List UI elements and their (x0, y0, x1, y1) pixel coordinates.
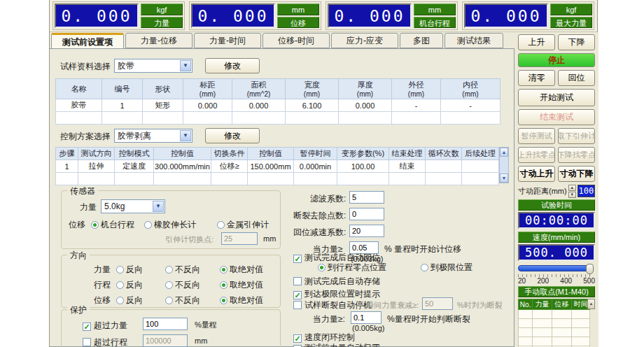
force-sensor-combo[interactable]: 5.0kg ▼ (101, 199, 165, 213)
app-window: 0. 000 kgf 力量 0. 000 mm 位移 0. 000 mm 机台行… (49, 0, 598, 347)
direction-group-title: 方向 (67, 250, 90, 262)
scroll-down-icon[interactable]: ▼ (500, 174, 508, 183)
chevron-down-icon[interactable]: ▼ (180, 60, 191, 71)
tab-test-results[interactable]: 测试结果 (444, 33, 503, 48)
slider-track[interactable] (518, 265, 591, 271)
filter-coef-input[interactable] (349, 191, 384, 204)
tab-pretest-settings[interactable]: 测试前设置项 (51, 33, 124, 49)
break-stop-input[interactable] (422, 297, 453, 310)
break-stop-suffix: %时判为断裂 (457, 300, 503, 311)
dir-force-reverse[interactable]: 反向 (116, 264, 143, 276)
opt-auto-save[interactable]: 测试完成后自动存储 (293, 276, 380, 288)
start-test-button[interactable]: 开始测试 (518, 89, 595, 106)
down-button[interactable]: 下降 (558, 34, 595, 50)
jog-down-button[interactable]: 寸动下降 (558, 166, 595, 182)
dir-force-absolute[interactable]: 取绝对值 (220, 264, 263, 276)
sample-table-row[interactable]: 胶带1矩形 0.0000.0006.100 0.000-- (56, 99, 500, 112)
jog-distance-stepper[interactable]: ▲▼ (568, 185, 576, 197)
radio-selected-icon (91, 221, 99, 229)
chevron-down-icon[interactable]: ▼ (153, 201, 164, 212)
break-remove-label: 断裂去除点数: (293, 210, 346, 222)
speed-slider[interactable] (518, 264, 595, 273)
radio-return-limit[interactable]: 到极限位置 (421, 262, 472, 274)
chevron-down-icon[interactable]: ▼ (180, 130, 191, 141)
control-table-wrap: 步骤 测试方向 控制模式 控制值 切换条件 控制值 暂停时间 变形参数(%) 结… (55, 147, 509, 183)
return-decel-label: 回位减速系数: (293, 227, 346, 239)
tab-force-time[interactable]: 力量-时间 (194, 33, 261, 48)
radio-icon (116, 266, 124, 274)
opt-limit-prompt[interactable]: ✓到达极限位置时提示 (293, 288, 380, 300)
tab-displacement-time[interactable]: 位移-时间 (262, 33, 330, 48)
break-judge-prefix: 当力量≥: (313, 313, 345, 325)
jog-distance-label: 寸动距离(mm) (518, 186, 567, 197)
tab-multi-chart[interactable]: 多图 (400, 33, 443, 48)
manual-table-scroll-icon[interactable]: ▲ (587, 299, 595, 309)
slider-thumb[interactable] (586, 264, 594, 274)
control-select-combo[interactable]: 胶带剥离 ▼ (114, 129, 192, 143)
control-table-scrollbar[interactable]: ▲ ▼ (499, 147, 509, 183)
up-find-zero-button[interactable]: 上升找零点 (518, 147, 555, 163)
control-modify-button[interactable]: 修改 (205, 128, 260, 143)
break-judge-suffix: %量程时开始判断断裂 (387, 313, 470, 325)
col-outer-dia: 外径(mm) (392, 79, 441, 99)
radio-rubber-extensometer[interactable]: 橡胶伸长计 (144, 219, 196, 231)
opt-break-stop[interactable]: 试样断裂自动停机 (293, 299, 372, 311)
dir-stroke-absolute[interactable]: 取绝对值 (220, 279, 263, 291)
opt-auto-zero[interactable]: ✓测试前力量自动归零 (293, 342, 380, 347)
stop-button[interactable]: 停止 (518, 53, 595, 67)
col-test-direction: 测试方向 (78, 148, 115, 160)
tab-force-displacement[interactable]: 力量-位移 (125, 33, 192, 48)
jog-up-button[interactable]: 寸动上升 (518, 166, 555, 182)
dir-disp-absolute[interactable]: 取绝对值 (220, 295, 263, 306)
end-test-button[interactable]: 结束测试 (518, 109, 595, 125)
return-decel-input[interactable] (349, 225, 384, 237)
col-control-mode: 控制模式 (115, 148, 154, 160)
control-table-row[interactable]: 1拉伸定速度 300.000mm/min位移≥150.000mm 0.000mi… (56, 160, 499, 173)
speed-value: 500. 000 (518, 244, 595, 261)
dir-stroke-label: 行程 (94, 279, 111, 291)
spin-up-icon[interactable]: ▲ (568, 185, 576, 191)
pause-test-button[interactable]: 暂停测试 (518, 128, 555, 144)
control-select-label: 控制方案选择 (60, 131, 111, 143)
force-display-group: 0. 000 kgf 力量 (52, 1, 185, 30)
protect-over-stroke[interactable]: 超过行程 (83, 337, 127, 347)
over-stroke-input[interactable] (143, 334, 188, 347)
col-control-value: 控制值 (154, 148, 211, 160)
protect-over-force[interactable]: ✓超过力量 (83, 320, 127, 332)
over-force-input[interactable] (143, 318, 188, 330)
dir-disp-no-reverse[interactable]: 不反向 (165, 295, 200, 306)
dir-stroke-reverse[interactable]: 反向 (116, 279, 143, 291)
manual-table-row (519, 328, 590, 337)
remove-extensometer-button[interactable]: 取下引伸计 (558, 128, 595, 144)
sample-select-combo[interactable]: 胶带 ▼ (114, 59, 192, 73)
break-remove-input[interactable] (349, 208, 384, 220)
clear-zero-button[interactable]: 清零 (518, 70, 555, 86)
pretest-settings-panel: 试样资料选择 胶带 ▼ 修改 名称 编号 形状 标距(mm) 面积(mm^2) … (50, 48, 514, 347)
radio-metal-extensometer[interactable]: 金属引伸计 (217, 219, 269, 231)
col-thickness: 厚度(mm) (339, 79, 392, 99)
radio-return-zero[interactable]: 到行程零点位置 (318, 262, 386, 274)
return-button[interactable]: 回位 (558, 70, 595, 86)
dir-disp-reverse[interactable]: 反向 (116, 295, 143, 306)
dir-force-no-reverse[interactable]: 不反向 (165, 264, 200, 276)
scroll-up-icon[interactable]: ▲ (500, 148, 508, 157)
tab-stress-strain[interactable]: 应力-应变 (331, 33, 398, 48)
radio-icon (217, 221, 225, 229)
manual-table-row (519, 319, 590, 328)
radio-selected-icon (220, 266, 227, 274)
break-judge-input[interactable] (351, 311, 382, 324)
jog-distance-value[interactable]: 100 (578, 185, 595, 197)
radio-icon (165, 297, 173, 304)
sample-table-header: 名称 编号 形状 标距(mm) 面积(mm^2) 宽度(mm) 厚度(mm) 外… (56, 79, 500, 99)
max-force-unit: kgf (550, 3, 592, 15)
sample-modify-button[interactable]: 修改 (205, 58, 260, 73)
down-find-zero-button[interactable]: 下降找零点 (558, 147, 595, 163)
test-time-value: 00:00:00 (518, 212, 595, 229)
spin-down-icon[interactable]: ▼ (568, 192, 576, 198)
ext-switch-input[interactable] (221, 232, 258, 245)
checkbox-icon (293, 301, 302, 309)
radio-machine-stroke[interactable]: 机台行程 (91, 219, 134, 231)
dir-stroke-no-reverse[interactable]: 不反向 (165, 279, 200, 291)
checkbox-icon (293, 277, 302, 285)
up-button[interactable]: 上升 (518, 34, 555, 50)
